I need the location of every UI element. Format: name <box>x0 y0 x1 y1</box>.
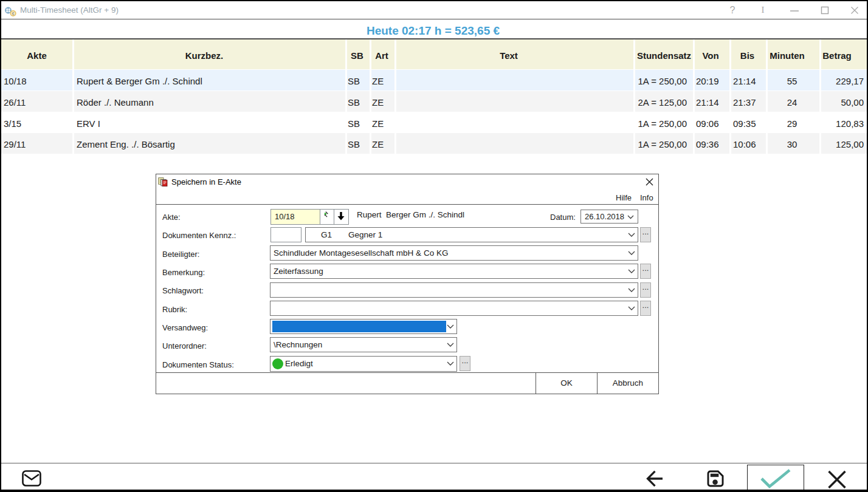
svg-text:€: € <box>12 12 15 16</box>
